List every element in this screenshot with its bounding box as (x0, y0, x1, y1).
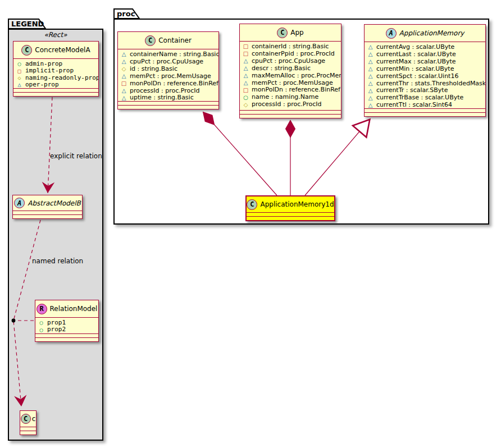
class-concrete-model-a: C ConcreteModelA ○admin-prop□implicit-pr… (13, 41, 99, 97)
attribute-row: △cpuPct : proc.CpuUsage (121, 58, 216, 66)
empty-compartment (247, 216, 334, 220)
triangle-icon: △ (367, 74, 374, 79)
attribute-text: prop2 (47, 326, 66, 333)
circle-icon: ○ (38, 327, 44, 333)
triangle-icon: △ (243, 58, 249, 64)
attribute-row: △containerName : string.Basic (121, 51, 216, 58)
class-application-memory: A ApplicationMemory △currentAvg : scalar… (364, 24, 486, 117)
attribute-text: currentSpct : scalar.Uint16 (376, 73, 458, 80)
attributes-section: □containerId : string.Basic□containerPpi… (240, 41, 341, 110)
attributes-section: ○admin-prop□implicit-prop◇naming-readonl… (13, 58, 98, 88)
triangle-icon: △ (243, 73, 249, 79)
attribute-row: △currentSpct : scalar.Uint16 (367, 73, 482, 80)
attribute-row: □implicit-prop (16, 67, 95, 74)
square-icon: □ (121, 81, 127, 86)
class-c: C c (20, 410, 37, 435)
class-title: C c (20, 411, 36, 427)
attribute-text: currentLast : scalar.UByte (376, 51, 456, 58)
triangle-icon: △ (243, 66, 249, 71)
attribute-row: △currentTtl : scalar.Sint64 (367, 102, 482, 108)
square-icon: □ (16, 68, 22, 74)
class-title: C Container (118, 32, 218, 49)
triangle-icon: △ (121, 95, 127, 101)
square-icon: □ (243, 88, 249, 93)
class-abstract-model-b: A AbstractModelB (12, 195, 83, 219)
class-title: C ConcreteModelA (13, 42, 98, 58)
relation-label-explicit: explicit relation (50, 152, 102, 160)
class-container: C Container △containerName : string.Basi… (117, 31, 219, 109)
empty-compartment (13, 92, 98, 96)
triangle-icon: △ (121, 52, 127, 57)
attribute-text: currentAvg : scalar.UByte (376, 44, 454, 51)
triangle-icon: △ (367, 81, 374, 86)
triangle-icon: △ (367, 44, 374, 50)
attributes-section: △currentAvg : scalar.UByte△currentLast :… (365, 42, 485, 108)
triangle-icon: △ (367, 88, 374, 94)
class-spot-icon: C (277, 28, 288, 38)
triangle-icon: △ (243, 80, 249, 86)
attribute-row: △currentAvg : scalar.UByte (367, 44, 482, 51)
attributes-section: △containerName : string.Basic△cpuPct : p… (118, 49, 218, 101)
empty-compartment (35, 337, 98, 341)
empty-compartment (20, 431, 36, 435)
attribute-text: cpuPct : proc.CpuUsage (130, 58, 203, 66)
empty-compartment (20, 427, 36, 431)
class-app: C App □containerId : string.Basic□contai… (239, 24, 341, 118)
triangle-icon: △ (16, 82, 22, 88)
attribute-text: containerId : string.Basic (252, 43, 329, 51)
class-title: C App (240, 24, 341, 41)
class-name: c (32, 415, 36, 423)
square-icon: □ (243, 44, 249, 49)
attribute-text: maxMemAlloc : proc.ProcMem (252, 72, 341, 80)
attribute-text: currentTtl : scalar.Sint64 (376, 102, 452, 108)
class-name: AbstractModelB (28, 199, 81, 207)
relation-spot-icon: R (37, 304, 47, 314)
attribute-text: monPolDn : reference.BinRef (130, 80, 218, 88)
circle-icon: ○ (38, 320, 44, 326)
class-relation-model: R RelationModel ○prop1○prop2 (35, 300, 99, 342)
attribute-row: △currentLast : scalar.UByte (367, 51, 482, 58)
empty-compartment (118, 101, 218, 105)
attribute-row: △descr : string.Basic (243, 65, 338, 72)
circle-icon: ○ (243, 95, 249, 100)
empty-compartment (365, 108, 485, 112)
empty-compartment (247, 212, 334, 216)
legend-package-tab: LEGEND (8, 19, 47, 29)
class-name: ApplicationMemory (399, 29, 464, 37)
attribute-text: uptime : string.Basic (130, 94, 194, 101)
class-title: A AbstractModelB (13, 195, 82, 211)
attribute-row: □containerId : string.Basic (243, 43, 338, 51)
legend-package-title: LEGEND (8, 19, 47, 29)
empty-compartment (365, 112, 485, 116)
class-spot-icon: C (145, 35, 156, 46)
class-name: ApplicationMemory1d (260, 200, 334, 208)
triangle-icon: △ (121, 59, 127, 65)
attribute-text: containerName : string.Basic (130, 51, 218, 58)
attribute-text: currentMin : scalar.UByte (376, 66, 454, 73)
class-title: A ApplicationMemory (365, 25, 485, 42)
attribute-row: ○prop2 (38, 326, 95, 333)
attribute-row: □monPolDn : reference.BinRef (121, 80, 216, 88)
attribute-text: memPct : proc.MemUsage (130, 73, 211, 80)
class-title: R RelationModel (35, 300, 98, 317)
attribute-row: △currentMax : scalar.UByte (367, 58, 482, 66)
triangle-icon: △ (367, 59, 374, 65)
class-spot-icon: C (21, 414, 31, 424)
triangle-icon: △ (367, 66, 374, 72)
class-name: ConcreteModelA (35, 46, 90, 54)
attribute-text: implicit-prop (25, 67, 74, 74)
empty-compartment (240, 114, 341, 118)
attribute-row: ◇processId : proc.ProcId (243, 101, 338, 108)
attribute-row: △currentMin : scalar.UByte (367, 66, 482, 73)
class-name: App (290, 29, 303, 36)
class-application-memory-1d: C ApplicationMemory1d (245, 195, 335, 221)
class-title: C ApplicationMemory1d (247, 196, 334, 212)
attribute-text: id : string.Basic (130, 66, 177, 73)
attribute-row: △maxMemAlloc : proc.ProcMem (243, 72, 338, 80)
proc-package-title: proc (113, 8, 142, 19)
attribute-text: processId : proc.ProcId (252, 101, 321, 108)
legend-stereotype: «Rect» (8, 31, 103, 39)
attribute-row: ◇id : string.Basic (121, 66, 216, 73)
attributes-section: ○prop1○prop2 (35, 317, 98, 333)
class-name: Container (158, 36, 192, 44)
